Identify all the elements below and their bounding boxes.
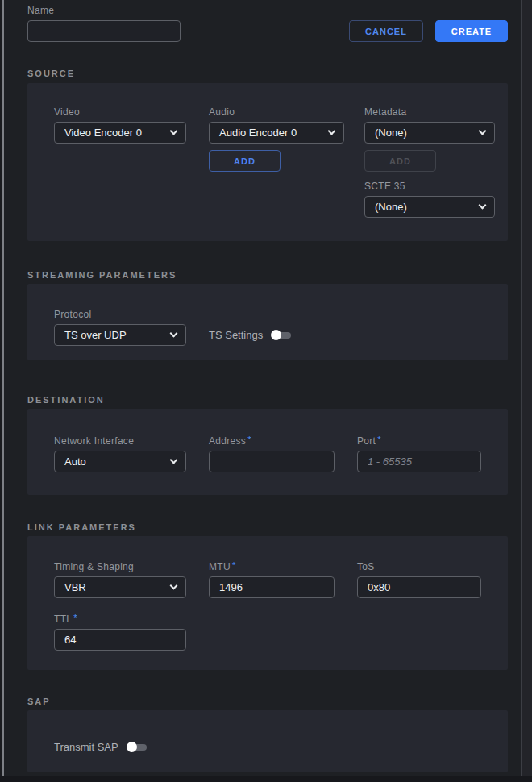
- section-title-link-parameters: LINK PARAMETERS: [27, 522, 508, 532]
- scte35-field: SCTE 35 (None): [364, 181, 495, 218]
- ts-settings-field: TS Settings: [209, 324, 344, 346]
- chevron-down-icon: [170, 456, 178, 464]
- sap-card: Transmit SAP: [27, 710, 508, 772]
- form-actions: CANCEL CREATE: [349, 20, 508, 42]
- ts-settings-toggle[interactable]: [271, 330, 291, 341]
- metadata-field: Metadata (None): [364, 107, 495, 144]
- chevron-down-icon: [479, 127, 487, 135]
- address-label: Address*: [209, 436, 335, 447]
- chevron-down-icon: [479, 202, 487, 210]
- network-interface-label: Network Interface: [54, 436, 186, 447]
- section-title-sap: SAP: [27, 697, 508, 706]
- transmit-sap-label: Transmit SAP: [54, 741, 118, 753]
- audio-label: Audio: [209, 107, 344, 118]
- name-field: Name: [27, 6, 181, 42]
- chevron-down-icon: [170, 127, 178, 135]
- required-marker: *: [73, 613, 77, 622]
- chevron-down-icon: [328, 127, 336, 135]
- audio-select[interactable]: Audio Encoder 0: [209, 122, 344, 144]
- video-label: Video: [54, 107, 186, 118]
- panel-bottom-edge: [0, 776, 532, 782]
- destination-card: Network Interface Auto Address* Port*: [27, 409, 508, 495]
- video-field: Video Video Encoder 0: [54, 107, 186, 144]
- network-interface-field: Network Interface Auto: [54, 436, 186, 472]
- metadata-label: Metadata: [364, 107, 495, 118]
- ttl-label: TTL*: [54, 614, 186, 625]
- audio-field: Audio Audio Encoder 0: [209, 107, 344, 144]
- mtu-input[interactable]: [209, 576, 335, 598]
- section-title-destination: DESTINATION: [27, 395, 508, 405]
- chevron-down-icon: [170, 330, 178, 338]
- transmit-sap-toggle[interactable]: [127, 742, 147, 753]
- network-interface-select[interactable]: Auto: [54, 451, 186, 472]
- address-field: Address*: [209, 436, 335, 472]
- form-header-row: Name CANCEL CREATE: [27, 6, 508, 42]
- ttl-field: TTL*: [54, 614, 186, 651]
- port-input[interactable]: [357, 451, 481, 472]
- protocol-field: Protocol TS over UDP: [54, 310, 186, 346]
- section-title-streaming-parameters: STREAMING PARAMETERS: [27, 270, 508, 280]
- address-input[interactable]: [209, 451, 335, 472]
- protocol-label: Protocol: [54, 310, 186, 320]
- required-marker: *: [232, 560, 236, 570]
- transmit-sap-field: Transmit SAP: [54, 736, 495, 758]
- source-card: Video Video Encoder 0 Audio Audio Encode…: [27, 83, 508, 241]
- tos-input[interactable]: [357, 576, 481, 598]
- scrollbar[interactable]: [2, 0, 4, 782]
- mtu-label: MTU*: [209, 562, 335, 572]
- name-label: Name: [27, 6, 181, 16]
- metadata-select[interactable]: (None): [364, 122, 495, 144]
- scte35-select[interactable]: (None): [364, 196, 495, 218]
- timing-shaping-select[interactable]: VBR: [54, 576, 186, 598]
- ts-settings-label: TS Settings: [209, 329, 263, 341]
- add-audio-button[interactable]: ADD: [209, 150, 281, 172]
- timing-shaping-field: Timing & Shaping VBR: [54, 562, 186, 598]
- required-marker: *: [377, 435, 381, 444]
- toggle-knob: [271, 330, 281, 340]
- port-field: Port*: [357, 436, 481, 472]
- tos-label: ToS: [357, 562, 481, 572]
- create-button[interactable]: CREATE: [435, 20, 508, 42]
- panel-right-edge: [521, 0, 532, 782]
- toggle-knob: [127, 742, 137, 752]
- mtu-field: MTU*: [209, 562, 335, 598]
- add-metadata-button[interactable]: ADD: [364, 150, 436, 172]
- tos-field: ToS: [357, 562, 481, 598]
- section-title-source: SOURCE: [27, 69, 508, 78]
- required-marker: *: [247, 435, 251, 444]
- ttl-input[interactable]: [54, 629, 186, 651]
- timing-shaping-label: Timing & Shaping: [54, 562, 186, 572]
- cancel-button[interactable]: CANCEL: [349, 20, 423, 42]
- scte35-label: SCTE 35: [364, 181, 495, 192]
- link-parameters-card: Timing & Shaping VBR MTU* ToS TTL*: [27, 536, 508, 670]
- chevron-down-icon: [170, 582, 178, 590]
- streaming-parameters-card: Protocol TS over UDP TS Settings: [27, 284, 508, 360]
- port-label: Port*: [357, 436, 481, 447]
- protocol-select[interactable]: TS over UDP: [54, 324, 186, 346]
- stream-create-form: Name CANCEL CREATE SOURCE Video Video En…: [27, 0, 508, 772]
- name-input[interactable]: [27, 20, 181, 42]
- video-select[interactable]: Video Encoder 0: [54, 122, 186, 144]
